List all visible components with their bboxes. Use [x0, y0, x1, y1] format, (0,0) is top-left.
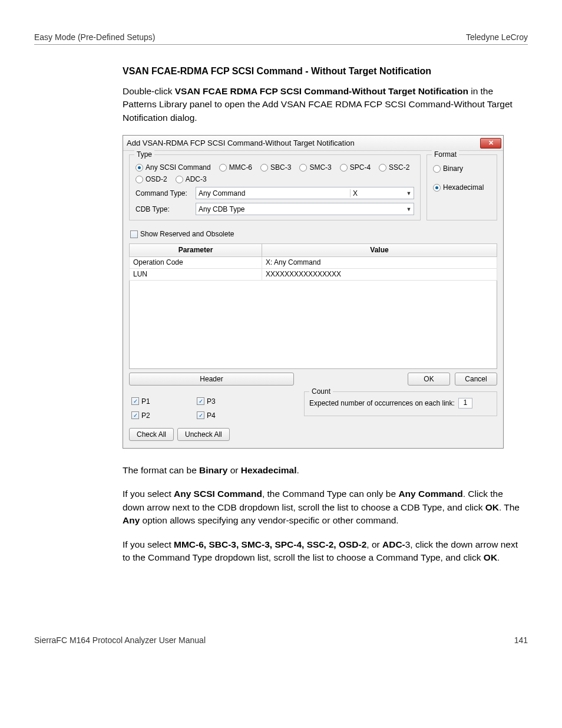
radio-icon: [135, 164, 143, 172]
radio-binary[interactable]: Binary: [433, 164, 491, 173]
check-all-button[interactable]: Check All: [129, 428, 174, 441]
uncheck-all-button[interactable]: Uncheck All: [177, 428, 230, 441]
page-footer: SierraFC M164 Protocol Analyzer User Man…: [34, 635, 528, 645]
page-header: Easy Mode (Pre-Defined Setups) Teledyne …: [34, 32, 528, 45]
radio-icon: [176, 176, 183, 183]
radio-icon: [135, 176, 143, 183]
checkbox-icon: [130, 230, 138, 238]
col-parameter: Parameter: [130, 243, 262, 256]
radio-icon: [433, 165, 441, 173]
checkbox-icon: [131, 397, 139, 405]
add-vsan-dialog: Add VSAN-RDMA FCP SCSI Command-Without T…: [123, 135, 504, 449]
type-radio-row: Any SCSI Command MMC-6 SBC-3 SMC-3 SPC-4…: [135, 163, 414, 183]
radio-icon: [219, 164, 227, 172]
port-p2[interactable]: P2: [131, 411, 184, 420]
checkbox-icon: [197, 397, 204, 405]
show-reserved-checkbox[interactable]: Show Reserved and Obsolete: [130, 230, 234, 238]
port-p3[interactable]: P3: [197, 397, 249, 406]
radio-any-scsi[interactable]: Any SCSI Command: [135, 163, 211, 172]
radio-ssc2[interactable]: SSC-2: [379, 163, 409, 172]
parameter-table: Parameter Value Operation Code X: Any Co…: [129, 243, 497, 369]
port-p4[interactable]: P4: [197, 411, 249, 420]
dialog-title: Add VSAN-RDMA FCP SCSI Command-Without T…: [127, 139, 480, 147]
footer-left: SierraFC M164 Protocol Analyzer User Man…: [34, 635, 206, 645]
radio-icon: [379, 164, 386, 172]
format-groupbox: Format Binary Hexadecimal: [427, 154, 497, 220]
count-label: Expected number of occurrences on each l…: [309, 399, 455, 407]
radio-sbc3[interactable]: SBC-3: [260, 163, 291, 172]
format-paragraph: The format can be Binary or Hexadecimal.: [123, 464, 522, 477]
radio-smc3[interactable]: SMC-3: [299, 163, 331, 172]
cdb-type-combo[interactable]: Any CDB Type ▼: [196, 203, 414, 215]
close-button[interactable]: ✕: [480, 138, 501, 149]
radio-hexadecimal[interactable]: Hexadecimal: [433, 183, 491, 192]
chevron-down-icon: ▼: [404, 190, 414, 196]
command-type-combo[interactable]: Any Command X ▼: [196, 187, 414, 199]
port-p1[interactable]: P1: [131, 397, 184, 406]
radio-osd2[interactable]: OSD-2: [135, 175, 167, 183]
cdb-type-label: CDB Type:: [135, 205, 192, 213]
intro-paragraph: Double-click VSAN FCAE RDMA FCP SCSI Com…: [123, 85, 522, 124]
other-types-paragraph: If you select MMC-6, SBC-3, SMC-3, SPC-4…: [123, 538, 522, 565]
command-type-label: Command Type:: [135, 189, 192, 197]
header-left: Easy Mode (Pre-Defined Setups): [34, 32, 155, 42]
header-button[interactable]: Header: [129, 373, 294, 386]
any-scsi-paragraph: If you select Any SCSI Command, the Comm…: [123, 487, 522, 527]
chevron-down-icon: ▼: [404, 206, 414, 212]
radio-icon: [260, 164, 268, 172]
ports-area: P1 P3 P2 P4: [129, 391, 296, 420]
radio-spc4[interactable]: SPC-4: [340, 163, 371, 172]
checkbox-icon: [197, 411, 204, 419]
count-input[interactable]: 1: [458, 398, 472, 409]
radio-icon: [299, 164, 307, 172]
table-row[interactable]: LUN XXXXXXXXXXXXXXXX: [130, 268, 497, 280]
footer-right: 141: [514, 635, 528, 645]
section-heading: VSAN FCAE-RDMA FCP SCSI Command - Withou…: [123, 66, 522, 77]
radio-icon: [340, 164, 348, 172]
radio-mmc6[interactable]: MMC-6: [219, 163, 252, 172]
checkbox-icon: [131, 411, 139, 419]
radio-adc3[interactable]: ADC-3: [176, 175, 207, 183]
col-value: Value: [262, 243, 497, 256]
cancel-button[interactable]: Cancel: [455, 373, 497, 386]
ok-button[interactable]: OK: [408, 373, 450, 386]
count-groupbox: Count Expected number of occurrences on …: [304, 391, 497, 416]
table-row[interactable]: Operation Code X: Any Command: [130, 256, 497, 268]
type-groupbox: Type Any SCSI Command MMC-6 SBC-3 SMC-3 …: [129, 154, 421, 220]
dialog-titlebar: Add VSAN-RDMA FCP SCSI Command-Without T…: [123, 136, 503, 151]
header-right: Teledyne LeCroy: [466, 32, 528, 42]
radio-icon: [433, 184, 441, 192]
